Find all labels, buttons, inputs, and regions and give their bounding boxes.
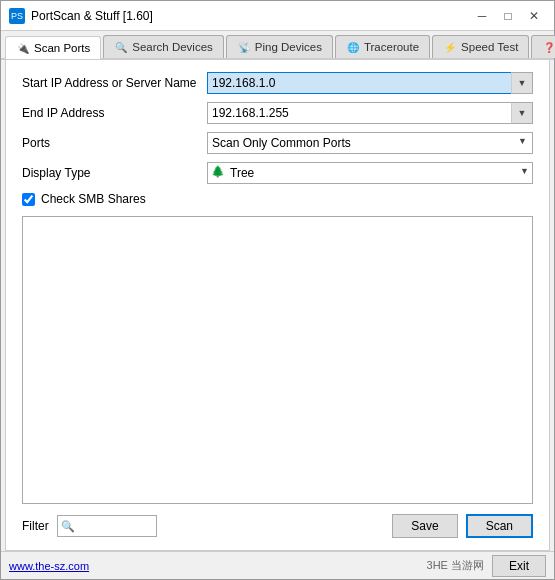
- display-type-row: Display Type 🌲 Tree ▼: [22, 162, 533, 184]
- tab-search-devices[interactable]: 🔍 Search Devices: [103, 35, 224, 58]
- start-ip-dropdown-btn[interactable]: ▼: [511, 72, 533, 94]
- window-title: PortScan & Stuff [1.60]: [31, 9, 153, 23]
- results-area: [22, 216, 533, 504]
- start-ip-input[interactable]: [207, 72, 533, 94]
- display-type-select[interactable]: Tree: [207, 162, 533, 184]
- close-button[interactable]: ✕: [522, 6, 546, 26]
- smb-checkbox[interactable]: [22, 193, 35, 206]
- ports-label: Ports: [22, 136, 207, 150]
- speed-test-tab-icon: ⚡: [443, 40, 457, 54]
- end-ip-input[interactable]: [207, 102, 533, 124]
- filter-input-wrap: 🔍: [57, 515, 157, 537]
- scan-button[interactable]: Scan: [466, 514, 533, 538]
- ports-select[interactable]: Scan Only Common Ports: [207, 132, 533, 154]
- tab-help[interactable]: ❓ W◄►: [531, 35, 555, 58]
- title-bar: PS PortScan & Stuff [1.60] ─ □ ✕: [1, 1, 554, 31]
- start-ip-row: Start IP Address or Server Name ▼: [22, 72, 533, 94]
- end-ip-dropdown-btn[interactable]: ▼: [511, 102, 533, 124]
- footer: www.the-sz.com 3HE 当游网 Exit: [1, 551, 554, 579]
- ports-control: Scan Only Common Ports ▼: [207, 132, 533, 154]
- traceroute-tab-icon: 🌐: [346, 40, 360, 54]
- footer-link[interactable]: www.the-sz.com: [9, 560, 89, 572]
- title-bar-left: PS PortScan & Stuff [1.60]: [9, 8, 153, 24]
- ports-row: Ports Scan Only Common Ports ▼: [22, 132, 533, 154]
- tab-bar: 🔌 Scan Ports 🔍 Search Devices 📡 Ping Dev…: [1, 31, 554, 60]
- content-area: Start IP Address or Server Name ▼ End IP…: [5, 60, 550, 551]
- end-ip-control: ▼: [207, 102, 533, 124]
- tab-ping-devices[interactable]: 📡 Ping Devices: [226, 35, 333, 58]
- main-window: PS PortScan & Stuff [1.60] ─ □ ✕ 🔌 Scan …: [0, 0, 555, 580]
- start-ip-label: Start IP Address or Server Name: [22, 76, 207, 90]
- maximize-button[interactable]: □: [496, 6, 520, 26]
- exit-button[interactable]: Exit: [492, 555, 546, 577]
- display-type-control: 🌲 Tree ▼: [207, 162, 533, 184]
- scan-ports-tab-icon: 🔌: [16, 41, 30, 55]
- traceroute-tab-label: Traceroute: [364, 41, 419, 53]
- filter-label: Filter: [22, 519, 49, 533]
- filter-input[interactable]: [57, 515, 157, 537]
- start-ip-control: ▼: [207, 72, 533, 94]
- tab-speed-test[interactable]: ⚡ Speed Test: [432, 35, 529, 58]
- save-button[interactable]: Save: [392, 514, 457, 538]
- display-type-label: Display Type: [22, 166, 207, 180]
- tab-scan-ports[interactable]: 🔌 Scan Ports: [5, 36, 101, 59]
- footer-watermark: 3HE 当游网: [427, 558, 484, 573]
- window-controls: ─ □ ✕: [470, 6, 546, 26]
- minimize-button[interactable]: ─: [470, 6, 494, 26]
- smb-row: Check SMB Shares: [22, 192, 533, 206]
- app-icon: PS: [9, 8, 25, 24]
- scan-ports-tab-label: Scan Ports: [34, 42, 90, 54]
- end-ip-label: End IP Address: [22, 106, 207, 120]
- search-devices-tab-label: Search Devices: [132, 41, 213, 53]
- ping-devices-tab-icon: 📡: [237, 40, 251, 54]
- search-devices-tab-icon: 🔍: [114, 40, 128, 54]
- smb-label: Check SMB Shares: [41, 192, 146, 206]
- help-tab-icon: ❓: [542, 40, 555, 54]
- bottom-bar: Filter 🔍 Save Scan: [22, 514, 533, 538]
- ping-devices-tab-label: Ping Devices: [255, 41, 322, 53]
- tab-traceroute[interactable]: 🌐 Traceroute: [335, 35, 430, 58]
- speed-test-tab-label: Speed Test: [461, 41, 518, 53]
- end-ip-row: End IP Address ▼: [22, 102, 533, 124]
